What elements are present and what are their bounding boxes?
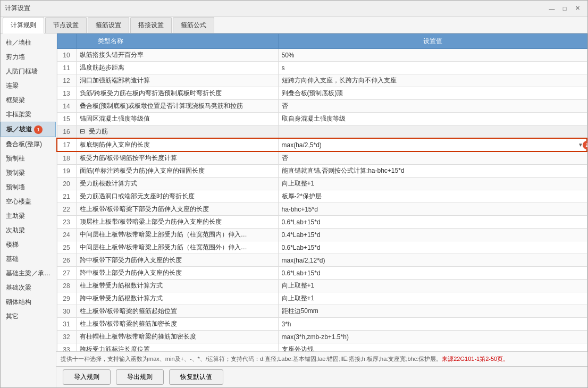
sidebar-item-15[interactable]: 基础 bbox=[1, 252, 56, 266]
sidebar-item-14[interactable]: 楼梯 bbox=[1, 238, 56, 252]
row-value[interactable]: max(ha/2,5*d)▼2 bbox=[278, 138, 587, 151]
row-number: 30 bbox=[57, 305, 76, 318]
sidebar-item-6[interactable]: 板／坡道1 bbox=[1, 122, 56, 137]
row-value: 否 bbox=[278, 151, 587, 165]
table-row[interactable]: 11温度筋起步距离s bbox=[57, 62, 587, 74]
table-row[interactable]: 10纵筋搭接头错开百分率50% bbox=[57, 49, 587, 62]
dropdown-value: max(ha/2,5*d) bbox=[282, 141, 322, 149]
row-number: 13 bbox=[57, 87, 76, 100]
maximize-button[interactable]: □ bbox=[559, 3, 570, 14]
row-value: 能直锚就直锚,否则按公式计算:ha-bhc+15*d bbox=[278, 165, 587, 178]
content-area: 柱／墙柱剪力墙人防门框墙连梁框架梁非框架梁板／坡道1叠合板(整厚)预制柱预制梁预… bbox=[1, 33, 587, 387]
row-number: 22 bbox=[57, 203, 76, 216]
minimize-button[interactable]: — bbox=[546, 3, 558, 14]
status-text: 提供十一种选择，支持输入函数为max、min及+、-、*、/运算符；支持代码：d… bbox=[61, 355, 442, 363]
row-label: 面筋(单标注跨板受力筋)伸入支座的锚固长度 bbox=[76, 165, 278, 178]
row-value: 短跨方向伸入支座，长跨方向不伸入支座 bbox=[278, 74, 587, 87]
table-row[interactable]: 17板底钢筋伸入支座的长度max(ha/2,5*d)▼2 bbox=[57, 138, 587, 151]
table-row[interactable]: 30柱上板带/板带暗梁的箍筋起始位置距柱边50mm bbox=[57, 305, 587, 318]
row-value: 0.6*Lab+15*d bbox=[278, 216, 587, 229]
sidebar-item-13[interactable]: 次助梁 bbox=[1, 223, 56, 238]
table-row[interactable]: 27跨中板带上部受力筋伸入支座的长度0.6*Lab+15*d bbox=[57, 267, 587, 280]
table-row[interactable]: 22柱上板带/板带暗梁下部受力筋伸入支座的长度ha-bhc+15*d bbox=[57, 203, 587, 216]
table-row[interactable]: 28柱上板带受力筋根数计算方式向上取整+1 bbox=[57, 280, 587, 292]
row-number: 12 bbox=[57, 74, 76, 87]
section-toggle[interactable]: ⊟ bbox=[80, 128, 85, 135]
tab-stirrup-settings[interactable]: 箍筋设置 bbox=[88, 17, 129, 33]
sidebar-item-5[interactable]: 非框架梁 bbox=[1, 107, 56, 122]
table-container[interactable]: 类型名称 设置值 10纵筋搭接头错开百分率50%11温度筋起步距离s12洞口加强… bbox=[56, 33, 587, 351]
table-row[interactable]: 31柱上板带/板带暗梁的箍筋加密长度3*h bbox=[57, 318, 587, 331]
sidebar-item-8[interactable]: 预制柱 bbox=[1, 151, 56, 166]
row-label: 跨中板带上部受力筋伸入支座的长度 bbox=[76, 267, 278, 280]
table-row[interactable]: 21受力筋遇洞口或端部无支座时的弯折长度板厚-2*保护层 bbox=[57, 190, 587, 203]
row-number: 10 bbox=[57, 49, 76, 62]
title-controls: — □ ✕ bbox=[546, 3, 583, 14]
table-row[interactable]: 18板受力筋/板带钢筋按平均长度计算否 bbox=[57, 151, 587, 165]
import-rules-button[interactable]: 导入规则 bbox=[63, 369, 111, 385]
row-value: max(3*h,zmb-zb+1.5*h) bbox=[278, 331, 587, 343]
sidebar-item-10[interactable]: 预制墙 bbox=[1, 180, 56, 195]
close-button[interactable]: ✕ bbox=[572, 3, 583, 14]
table-row[interactable]: 32有柱帽柱上板带/板带暗梁的箍筋加密长度max(3*h,zmb-zb+1.5*… bbox=[57, 331, 587, 343]
row-label: 中间层柱上板带/板带暗梁上部受力筋（柱宽范围外）伸入… bbox=[76, 241, 278, 254]
sidebar-badge: 1 bbox=[34, 125, 43, 134]
row-number: 15 bbox=[57, 113, 76, 125]
sidebar-item-4[interactable]: 框架梁 bbox=[1, 93, 56, 107]
table-row[interactable]: 23顶层柱上板带/板带暗梁上部受力筋伸入支座的长度0.6*Lab+15*d bbox=[57, 216, 587, 229]
row-value: 向上取整+1 bbox=[278, 178, 587, 190]
table-row[interactable]: 14叠合板(预制底板)或板墩位置是否计算现浇板马凳筋和拉筋否 bbox=[57, 100, 587, 113]
table-row[interactable]: 26跨中板带下部受力筋伸入支座的长度max(ha/2,12*d) bbox=[57, 254, 587, 267]
table-row[interactable]: 15锚固区混凝土强度等级值取自身混凝土强度等级 bbox=[57, 113, 587, 125]
row-number: 24 bbox=[57, 229, 76, 241]
row-value: 3*h bbox=[278, 318, 587, 331]
row-number: 32 bbox=[57, 331, 76, 343]
row-label: 受力筋遇洞口或端部无支座时的弯折长度 bbox=[76, 190, 278, 203]
row-value bbox=[278, 125, 587, 139]
sidebar-item-17[interactable]: 基础次梁 bbox=[1, 281, 56, 295]
row-value: 板厚-2*保护层 bbox=[278, 190, 587, 203]
export-rules-button[interactable]: 导出规则 bbox=[116, 369, 164, 385]
status-highlight: 来源22G101-1第2-50页。 bbox=[442, 355, 509, 363]
restore-defaults-button[interactable]: 恢复默认值 bbox=[169, 369, 223, 385]
row-number: 26 bbox=[57, 254, 76, 267]
tab-calc-rules[interactable]: 计算规则 bbox=[3, 17, 44, 33]
tab-node-settings[interactable]: 节点设置 bbox=[45, 17, 87, 33]
row-number: 20 bbox=[57, 178, 76, 190]
sidebar-item-9[interactable]: 预制梁 bbox=[1, 166, 56, 180]
sidebar-item-0[interactable]: 柱／墙柱 bbox=[1, 36, 56, 50]
row-number: 11 bbox=[57, 62, 76, 74]
sidebar-active-wrapper-6: 板／坡道1 bbox=[6, 125, 50, 134]
row-value: 0.6*Lab+15*d bbox=[278, 267, 587, 280]
sidebar-item-1[interactable]: 剪力墙 bbox=[1, 50, 56, 64]
table-row[interactable]: 20受力筋根数计算方式向上取整+1 bbox=[57, 178, 587, 190]
row-number: 31 bbox=[57, 318, 76, 331]
row-label: 跨板受力筋标注长度位置 bbox=[76, 343, 278, 352]
sidebar-item-16[interactable]: 基础主梁／承… bbox=[1, 266, 56, 281]
table-row[interactable]: 13负筋/跨板受力筋在板内弯折遇预制底板时弯折长度到叠合板(预制底板)顶 bbox=[57, 87, 587, 100]
sidebar-item-12[interactable]: 主助梁 bbox=[1, 209, 56, 223]
table-row[interactable]: 24中间层柱上板带/板带暗梁上部受力筋（柱宽范围内）伸入…0.4*Lab+15*… bbox=[57, 229, 587, 241]
table-row[interactable]: 19面筋(单标注跨板受力筋)伸入支座的锚固长度能直锚就直锚,否则按公式计算:ha… bbox=[57, 165, 587, 178]
title-bar: 计算设置 — □ ✕ bbox=[1, 1, 587, 16]
main-window: 计算设置 — □ ✕ 计算规则 节点设置 箍筋设置 搭接设置 箍筋公式 柱／墙柱… bbox=[0, 0, 588, 388]
tab-stirrup-formula[interactable]: 箍筋公式 bbox=[173, 17, 214, 33]
tab-splice-settings[interactable]: 搭接设置 bbox=[130, 17, 172, 33]
sidebar-item-19[interactable]: 其它 bbox=[1, 309, 56, 324]
sidebar-item-18[interactable]: 砌体结构 bbox=[1, 295, 56, 309]
row-label: 负筋/跨板受力筋在板内弯折遇预制底板时弯折长度 bbox=[76, 87, 278, 100]
table-row[interactable]: 25中间层柱上板带/板带暗梁上部受力筋（柱宽范围外）伸入…0.6*Lab+15*… bbox=[57, 241, 587, 254]
sidebar-item-3[interactable]: 连梁 bbox=[1, 79, 56, 93]
table-row[interactable]: 16⊟ 受力筋 bbox=[57, 125, 587, 139]
row-number: 18 bbox=[57, 151, 76, 165]
col-header-value: 设置值 bbox=[278, 34, 587, 49]
row-value: 到叠合板(预制底板)顶 bbox=[278, 87, 587, 100]
row-label: 板受力筋/板带钢筋按平均长度计算 bbox=[76, 151, 278, 165]
sidebar-item-7[interactable]: 叠合板(整厚) bbox=[1, 137, 56, 151]
sidebar-item-11[interactable]: 空心楼盖 bbox=[1, 195, 56, 209]
sidebar-item-2[interactable]: 人防门框墙 bbox=[1, 64, 56, 79]
table-row[interactable]: 33跨板受力筋标注长度位置支座外边线 bbox=[57, 343, 587, 352]
table-row[interactable]: 29跨中板带受力筋根数计算方式向上取整+1 bbox=[57, 292, 587, 305]
row-number: 29 bbox=[57, 292, 76, 305]
table-row[interactable]: 12洞口加强筋端部构造计算短跨方向伸入支座，长跨方向不伸入支座 bbox=[57, 74, 587, 87]
